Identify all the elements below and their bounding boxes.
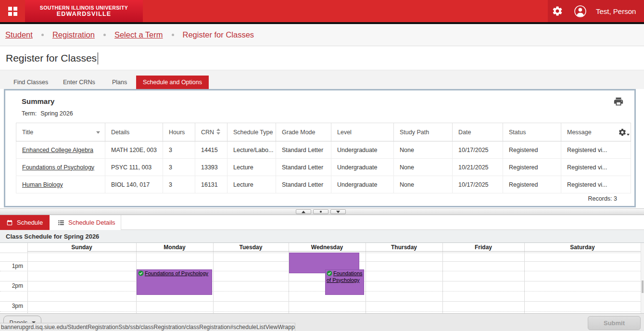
title-sort-caret-icon[interactable] [96, 131, 100, 134]
calendar-gridline [524, 243, 525, 313]
cell-date: 10/17/2025 [453, 141, 503, 159]
col-date[interactable]: Date [453, 123, 503, 141]
status-url: bannerupgrd.isq.siue.edu/StudentRegistra… [1, 324, 295, 331]
cell-message: Registered vi... [561, 176, 631, 193]
user-profile-icon[interactable] [574, 5, 587, 18]
breadcrumb-separator [41, 34, 44, 36]
cell-crn: 14415 [195, 141, 227, 159]
user-name[interactable]: Test, Person [596, 7, 636, 15]
half-hour-gridline [0, 291, 641, 292]
time-label-2pm: 2pm [0, 282, 23, 289]
header-user-area: Test, Person [548, 0, 644, 22]
submit-button[interactable]: Submit [588, 316, 641, 330]
calendar-gridline [213, 243, 214, 313]
class-schedule-header: Class Schedule for Spring 2026 [0, 230, 644, 243]
print-icon[interactable] [613, 96, 624, 107]
collapse-down-button[interactable] [330, 209, 346, 214]
calendar-scrollbar[interactable] [641, 243, 644, 313]
half-hour-gridline [0, 311, 641, 312]
day-header-monday: Monday [136, 243, 213, 252]
records-count: Records: 3 [588, 195, 617, 202]
col-status[interactable]: Status [503, 123, 561, 141]
cell-title: Enhanced College Algebra [16, 141, 105, 159]
tab-schedule-details[interactable]: Schedule Details [50, 215, 121, 230]
col-crn[interactable]: CRN [195, 123, 227, 141]
day-header-wednesday: Wednesday [289, 243, 366, 252]
course-link[interactable]: Enhanced College Algebra [22, 147, 93, 153]
summary-header-row: Title Details Hours CRN Schedule Type Gr… [16, 123, 631, 141]
breadcrumb-separator [172, 34, 174, 36]
registration-app: SOUTHERN ILLINOIS UNIVERSITY EDWARDSVILL… [0, 0, 644, 331]
restore-panels-button[interactable] [313, 209, 328, 214]
calendar-icon [6, 219, 13, 226]
tab-schedule-and-options[interactable]: Schedule and Options [136, 76, 209, 89]
panel-divider-buttons [296, 209, 346, 214]
university-logo[interactable]: SOUTHERN ILLINOIS UNIVERSITY EDWARDSVILL… [25, 0, 143, 22]
col-title[interactable]: Title [16, 123, 105, 141]
settings-gear-icon[interactable] [552, 5, 563, 17]
course-link[interactable]: Foundations of Psychology [22, 164, 94, 171]
university-name-line2: EDWARDSVILLE [57, 11, 112, 17]
crn-sort-icon[interactable] [216, 128, 220, 135]
app-menu-button[interactable] [0, 0, 25, 22]
tab-enter-crns[interactable]: Enter CRNs [63, 76, 95, 89]
cell-hours: 3 [163, 176, 195, 193]
cell-title: Human Biology [16, 176, 105, 193]
tab-plans[interactable]: Plans [112, 76, 127, 89]
col-hours[interactable]: Hours [163, 123, 195, 141]
breadcrumb-registration[interactable]: Registration [52, 30, 95, 39]
day-header-thursday: Thursday [366, 243, 442, 252]
summary-title: Summary [22, 97, 54, 105]
day-header-tuesday: Tuesday [213, 243, 289, 252]
col-details[interactable]: Details [105, 123, 163, 141]
app-header: SOUTHERN ILLINOIS UNIVERSITY EDWARDSVILL… [0, 0, 644, 22]
breadcrumb-student[interactable]: Student [5, 30, 33, 39]
breadcrumb: Student Registration Select a Term Regis… [0, 24, 644, 46]
cell-date: 10/17/2025 [453, 176, 503, 193]
breadcrumb-current: Register for Classes [183, 30, 254, 39]
day-header-sunday: Sunday [27, 243, 136, 252]
check-circle-icon [327, 270, 332, 276]
cell-status: Registered [503, 176, 561, 193]
cell-level: Undergraduate [331, 159, 394, 176]
cell-level: Undergraduate [331, 141, 394, 159]
tab-find-classes[interactable]: Find Classes [13, 76, 48, 89]
col-level-label: Level [337, 129, 352, 136]
class-event-psychology-monday[interactable]: Foundations of Psychology [137, 269, 212, 295]
triangle-down-icon [336, 211, 340, 213]
page-title-bar: Register for Classes [0, 47, 644, 70]
class-event-psychology-wednesday[interactable]: Foundations of Psychology [325, 269, 364, 295]
collapse-up-button[interactable] [296, 209, 311, 214]
col-grade-mode[interactable]: Grade Mode [276, 123, 331, 141]
cell-study-path: None [394, 141, 453, 159]
term-value: Spring 2026 [40, 110, 73, 117]
col-schedule-type-label: Schedule Type [233, 129, 273, 136]
col-status-label: Status [509, 129, 526, 136]
text-cursor [98, 52, 98, 64]
event-course-link[interactable]: Foundations of Psychology [145, 270, 208, 276]
check-circle-icon [138, 270, 144, 276]
col-study-path[interactable]: Study Path [394, 123, 453, 141]
col-level[interactable]: Level [331, 123, 394, 141]
registration-tabs: Find Classes Enter CRNs Plans Schedule a… [0, 70, 644, 89]
cell-study-path: None [394, 176, 453, 193]
calendar-gridline [442, 243, 443, 313]
term-line: Term:Spring 2026 [22, 110, 73, 117]
table-row: Enhanced College Algebra MATH 120E, 003 … [16, 141, 631, 159]
col-message[interactable]: Message [561, 123, 631, 141]
panel-divider[interactable] [0, 208, 644, 215]
tab-schedule-label: Schedule [17, 219, 43, 226]
list-icon [58, 219, 64, 226]
tab-schedule[interactable]: Schedule [0, 215, 50, 230]
dot-icon [320, 211, 322, 213]
breadcrumb-select-term[interactable]: Select a Term [114, 30, 163, 39]
cell-title: Foundations of Psychology [16, 159, 105, 176]
col-date-label: Date [458, 129, 471, 136]
cell-schedule-type: Lecture [227, 176, 276, 193]
scrollbar-thumb[interactable] [642, 280, 644, 293]
table-settings-gear-icon[interactable] [618, 128, 627, 137]
breadcrumb-separator [103, 34, 106, 36]
course-link[interactable]: Human Biology [22, 181, 63, 188]
col-study-path-label: Study Path [400, 129, 429, 136]
col-schedule-type[interactable]: Schedule Type [227, 123, 276, 141]
